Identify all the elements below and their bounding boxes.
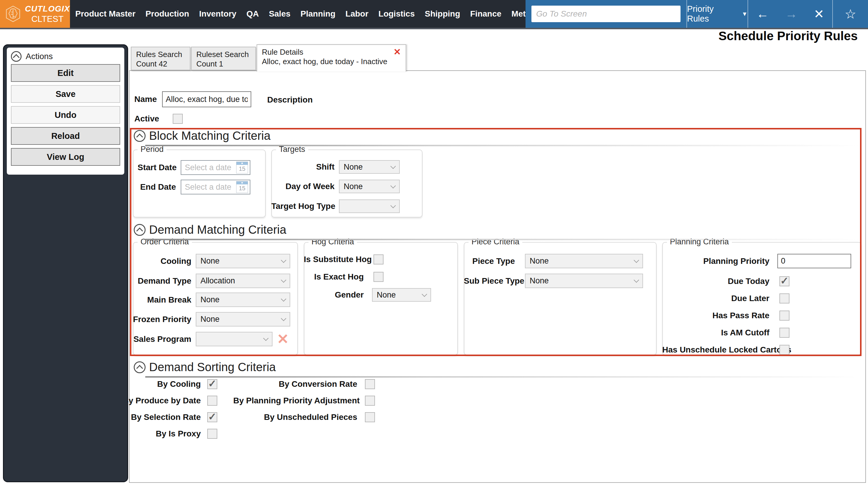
- reload-button[interactable]: Reload: [11, 127, 120, 145]
- close-screen-icon[interactable]: ✕: [814, 7, 824, 21]
- by-is-proxy-checkbox[interactable]: [207, 429, 217, 439]
- start-date-row: Start Date Select a date 15: [137, 160, 250, 175]
- name-input[interactable]: [162, 91, 251, 107]
- menu-item-sales[interactable]: Sales: [269, 9, 290, 19]
- by-selection-rate-checkbox[interactable]: [207, 412, 217, 422]
- block-matching-title: Block Matching Criteria: [149, 129, 271, 142]
- end-date-label: End Date: [137, 182, 176, 192]
- block-matching-header: Block Matching Criteria: [134, 129, 271, 142]
- sub-piece-type-dropdown[interactable]: None: [525, 274, 643, 288]
- page-title: Schedule Priority Rules: [719, 29, 858, 43]
- main-break-dropdown[interactable]: None: [196, 292, 290, 307]
- by-cooling-checkbox[interactable]: [207, 379, 217, 389]
- active-checkbox[interactable]: [173, 114, 183, 124]
- sub-piece-type-value: None: [530, 276, 549, 285]
- due-later-row: Due Later: [662, 293, 789, 304]
- calendar-icon[interactable]: 15: [236, 181, 248, 193]
- history-buttons: ← → ✕: [748, 0, 832, 28]
- by-planning-priority-adjustment-row: By Planning Priority Adjustment: [233, 395, 375, 406]
- day-of-week-dropdown[interactable]: None: [339, 180, 400, 193]
- is-substitute-hog-checkbox[interactable]: [373, 254, 383, 264]
- by-unscheduled-pieces-checkbox[interactable]: [365, 412, 375, 422]
- piece-type-value: None: [530, 256, 549, 266]
- screen-selector-dropdown[interactable]: Priority Rules ▼: [687, 0, 748, 28]
- actions-title: Actions: [26, 52, 53, 61]
- frozen-priority-row: Frozen Priority None: [133, 312, 290, 326]
- gender-dropdown[interactable]: None: [372, 288, 431, 302]
- menu-item-finance[interactable]: Finance: [470, 9, 502, 19]
- menu-item-production[interactable]: Production: [146, 9, 189, 19]
- go-to-screen-input[interactable]: [531, 6, 681, 22]
- menu-item-shipping[interactable]: Shipping: [425, 9, 460, 19]
- menu-item-qa[interactable]: QA: [247, 9, 259, 19]
- section-underline: [145, 145, 860, 146]
- piece-type-label: Piece Type: [464, 256, 515, 266]
- chevron-down-icon: [281, 316, 286, 321]
- caret-down-icon: ▼: [742, 11, 748, 18]
- menu-item-labor[interactable]: Labor: [345, 9, 368, 19]
- tab-close-icon[interactable]: ✕: [394, 47, 401, 57]
- planning-priority-input[interactable]: [777, 254, 851, 268]
- tab-ruleset-search[interactable]: Ruleset Search Count 1: [191, 47, 256, 70]
- shift-value: None: [344, 163, 363, 172]
- actions-panel: Actions Edit Save Undo Reload View Log: [7, 48, 124, 175]
- is-am-cutoff-checkbox[interactable]: [779, 328, 789, 338]
- favorite-star-icon[interactable]: ☆: [845, 6, 856, 22]
- has-unschedule-locked-cartons-checkbox[interactable]: [779, 345, 789, 355]
- has-pass-rate-checkbox[interactable]: [779, 311, 789, 321]
- description-label: Description: [267, 95, 313, 105]
- calendar-icon[interactable]: 15: [236, 162, 248, 173]
- calendar-day: 15: [237, 185, 248, 192]
- due-later-checkbox[interactable]: [779, 293, 789, 304]
- tab-rule-details[interactable]: Rule Details Alloc, exact hog, due today…: [256, 44, 406, 72]
- chevron-down-icon: [263, 335, 268, 341]
- tab-rules-search[interactable]: Rules Search Count 42: [131, 47, 190, 70]
- undo-button[interactable]: Undo: [11, 106, 120, 124]
- chevron-down-icon: [281, 296, 286, 302]
- chevron-down-icon: [281, 277, 286, 283]
- frozen-priority-dropdown[interactable]: None: [196, 312, 290, 326]
- target-hog-type-dropdown[interactable]: [339, 199, 400, 213]
- chevron-down-icon: [281, 257, 286, 263]
- day-of-week-label: Day of Week: [271, 182, 335, 191]
- is-exact-hog-checkbox[interactable]: [373, 272, 383, 282]
- piece-type-dropdown[interactable]: None: [525, 254, 643, 268]
- due-today-checkbox[interactable]: [779, 276, 789, 286]
- top-nav-bar: CUTLOGIX CLTEST Product Master Productio…: [0, 0, 868, 28]
- by-conversion-rate-checkbox[interactable]: [365, 379, 375, 389]
- collapse-caret-icon[interactable]: [134, 361, 146, 373]
- is-substitute-hog-label: Is Substitute Hog: [304, 255, 364, 264]
- name-label: Name: [134, 94, 157, 104]
- gender-label: Gender: [304, 290, 364, 300]
- menu-item-inventory[interactable]: Inventory: [199, 9, 237, 19]
- save-button[interactable]: Save: [11, 85, 120, 103]
- chevron-down-icon: [390, 163, 396, 169]
- actions-sidebar: Actions Edit Save Undo Reload View Log: [3, 44, 128, 482]
- forward-arrow-icon[interactable]: →: [785, 7, 798, 21]
- cooling-dropdown[interactable]: None: [196, 254, 290, 268]
- back-arrow-icon[interactable]: ←: [756, 7, 769, 21]
- app-logo[interactable]: CUTLOGIX CLTEST: [0, 0, 70, 28]
- start-date-input[interactable]: Select a date 15: [181, 160, 250, 175]
- edit-button[interactable]: Edit: [11, 64, 120, 82]
- by-planning-priority-adjustment-checkbox[interactable]: [365, 396, 375, 406]
- actions-header: Actions: [7, 48, 124, 64]
- demand-type-dropdown[interactable]: Allocation: [196, 274, 290, 288]
- collapse-caret-icon[interactable]: [134, 130, 146, 142]
- active-row: Active: [134, 114, 183, 124]
- clear-sales-program-icon[interactable]: ✕: [277, 332, 289, 346]
- shift-dropdown[interactable]: None: [339, 160, 400, 174]
- menu-item-logistics[interactable]: Logistics: [378, 9, 415, 19]
- menu-item-product-master[interactable]: Product Master: [75, 9, 135, 19]
- collapse-caret-icon[interactable]: [134, 224, 146, 236]
- view-log-button[interactable]: View Log: [11, 148, 120, 166]
- go-to-screen-wrap: [526, 6, 686, 22]
- collapse-caret-icon[interactable]: [11, 51, 22, 62]
- by-produce-by-date-checkbox[interactable]: [207, 396, 217, 406]
- end-date-input[interactable]: Select a date 15: [181, 180, 250, 194]
- sales-program-dropdown[interactable]: [196, 332, 273, 346]
- sub-piece-type-row: Sub Piece Type None: [464, 274, 643, 288]
- sub-piece-type-label: Sub Piece Type: [464, 276, 515, 286]
- menu-item-planning[interactable]: Planning: [301, 9, 335, 19]
- planning-priority-row: Planning Priority: [662, 254, 851, 268]
